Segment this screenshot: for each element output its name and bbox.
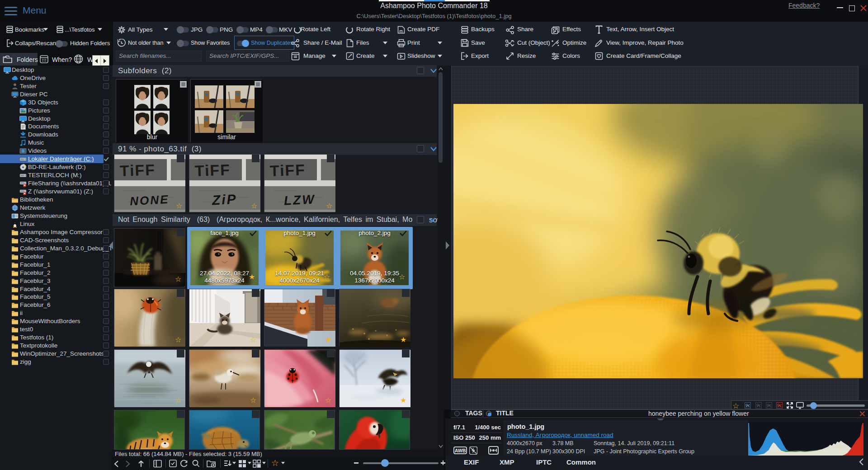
svg-text:ZiP: ZiP	[211, 192, 237, 208]
svg-text:LZW: LZW	[283, 192, 316, 208]
svg-text:NONE: NONE	[130, 193, 170, 208]
